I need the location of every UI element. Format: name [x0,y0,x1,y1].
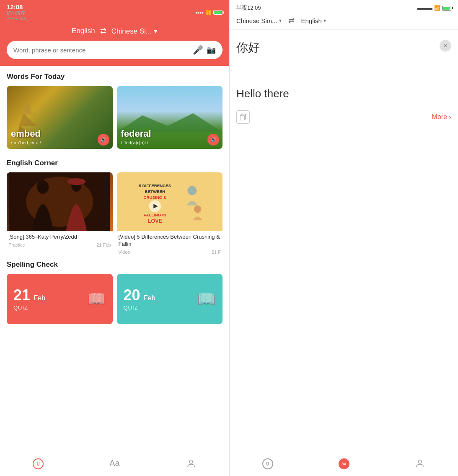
right-lang-from-btn[interactable]: Chinese Sim... ▾ [236,17,282,24]
word-card-embed[interactable]: embed / ɪmˈbed, em- / 🔊 [7,86,113,149]
search-input[interactable] [13,47,189,54]
song-card-type: Practice [8,242,25,247]
right-status-icons: ▬▬▬ 📶 [417,5,451,11]
right-lang-to-btn[interactable]: English ▾ [301,17,326,24]
search-bar[interactable]: 🎤 📷 [7,41,223,59]
svg-text:5 DIFFERENCES: 5 DIFFERENCES [139,183,171,188]
video-card-meta: Video 21 F [119,250,221,255]
right-battery-icon [442,6,451,10]
left-lang-from[interactable]: English [72,27,95,35]
video-card[interactable]: 5 DIFFERENCES BETWEEN CRUSING & FALLING … [117,172,223,257]
svg-rect-24 [240,115,244,120]
word-card-federal[interactable]: federal / ˈfed(ə)r(ə)l / 🔊 [117,86,223,149]
right-nav-home[interactable]: U [230,458,306,469]
video-card-title: [Video] 5 Differences Between Crushing &… [119,234,221,248]
svg-text:FALLING IN: FALLING IN [143,213,166,218]
svg-point-25 [418,460,422,463]
video-card-type: Video [119,250,130,255]
right-signal-icon: ▬▬▬ [417,5,432,11]
camera-icon[interactable]: 📷 [207,45,216,55]
wifi-icon: 📶 [205,10,212,16]
corner-cards-container: [Song] 365–Katy Perry/Zedd Practice 21 F… [7,172,223,257]
more-arrow-icon: › [449,113,451,122]
svg-point-21 [194,205,201,213]
quiz-20-month: Feb [144,294,155,302]
battery-icon [213,10,223,15]
translation-area: 你好 × Hello there More › [230,30,458,454]
clear-button[interactable]: × [440,40,451,52]
quiz-20-day: 20 [124,286,140,304]
english-corner-title: English Corner [7,159,223,167]
svg-text:CRUSING &: CRUSING & [143,195,166,200]
right-lang-from: Chinese Sim... [236,17,277,24]
words-for-today-title: Words For Today [7,73,223,81]
left-nav-dict[interactable]: Aa [76,458,153,469]
svg-rect-11 [9,172,110,231]
source-section: 你好 × [236,36,451,70]
mic-icon[interactable]: 🎤 [193,45,203,55]
quiz-cards-container: 21 Feb QUIZ 📖 20 Feb QUIZ [7,274,223,324]
right-time: 半夜12:09 [236,4,261,12]
watermark: 好句博客zzzzz.me [7,10,26,21]
quiz-book-icon-20: 📖 [197,290,216,308]
status-icons-left: ▪▪▪▪ 📶 [195,9,223,16]
left-lang-switcher: English ⇄ Chinese Si... ▾ [7,23,223,41]
left-content: Words For Today embed / ɪmˈbed, em- / [0,66,229,454]
svg-text:BETWEEN: BETWEEN [145,189,165,194]
illustration-svg: 5 DIFFERENCES BETWEEN CRUSING & FALLING … [120,176,220,228]
quiz-21-day: 21 [13,286,30,304]
left-panel: 12:08 好句博客zzzzz.me ▪▪▪▪ 📶 English ⇄ Chin… [0,0,229,476]
right-bottom-nav: U Aa [230,454,458,476]
right-dict-icon: Aa [339,458,349,469]
movie-scene-svg [7,172,113,231]
quiz-20-label: QUIZ [124,304,155,311]
left-header: 12:08 好句博客zzzzz.me ▪▪▪▪ 📶 English ⇄ Chin… [0,0,229,66]
song-card-meta: Practice 21 Feb [8,242,111,247]
left-time: 12:08 [7,3,26,10]
quiz-card-21[interactable]: 21 Feb QUIZ 📖 [7,274,113,324]
embed-phonetic: / ɪmˈbed, em- / [11,140,109,146]
quiz-21-date: 21 Feb [13,288,45,303]
quiz-20-info: 20 Feb QUIZ [124,288,155,311]
embed-word-overlay: embed / ɪmˈbed, em- / [7,125,113,149]
song-card[interactable]: [Song] 365–Katy Perry/Zedd Practice 21 F… [7,172,113,257]
right-lang-switcher: Chinese Sim... ▾ ⇄ English ▾ [230,12,458,30]
left-bottom-nav: U Aa [0,454,229,476]
signal-icon: ▪▪▪▪ [195,9,204,16]
word-cards-container: embed / ɪmˈbed, em- / 🔊 federal / ˈfed(ə… [7,86,223,149]
right-nav-profile[interactable] [382,458,458,469]
swap-icon-left[interactable]: ⇄ [100,26,106,36]
copy-icon [240,114,246,120]
quiz-card-20[interactable]: 20 Feb QUIZ 📖 [117,274,223,324]
svg-marker-0 [23,101,32,113]
quiz-21-info: 21 Feb QUIZ [13,288,45,311]
left-lang-to[interactable]: Chinese Si... ▾ [111,27,158,36]
federal-phonetic: / ˈfed(ə)r(ə)l / [121,140,219,146]
copy-button[interactable] [236,110,250,124]
right-panel: 半夜12:09 ▬▬▬ 📶 Chinese Sim... ▾ ⇄ English… [229,0,458,476]
quiz-21-month: Feb [34,294,46,302]
video-card-date: 21 F [212,250,221,255]
song-card-date: 21 Feb [96,242,111,247]
clear-icon: × [444,42,447,49]
quiz-21-label: QUIZ [13,304,45,311]
federal-word-overlay: federal / ˈfed(ə)r(ə)l / [117,125,223,149]
right-wifi-icon: 📶 [434,5,440,11]
swap-btn-right[interactable]: ⇄ [285,16,298,25]
embed-word-text: embed [11,128,109,139]
more-button[interactable]: More › [432,113,451,122]
right-nav-dict[interactable]: Aa [306,458,382,469]
song-card-info: [Song] 365–Katy Perry/Zedd Practice 21 F… [7,231,113,250]
words-for-today-section: Words For Today embed / ɪmˈbed, em- / [7,73,223,149]
translation-divider [236,77,451,77]
left-nav-home[interactable]: U [0,458,76,469]
person-icon-left [186,458,196,468]
right-lang-from-chevron: ▾ [279,18,282,23]
left-nav-profile[interactable] [153,458,229,469]
home-circle-icon: U [33,458,44,469]
translation-actions: More › [236,110,451,124]
right-home-icon: U [262,458,273,469]
federal-word-text: federal [121,128,219,139]
svg-point-20 [187,186,196,195]
embed-sound-btn[interactable]: 🔊 [98,134,109,146]
